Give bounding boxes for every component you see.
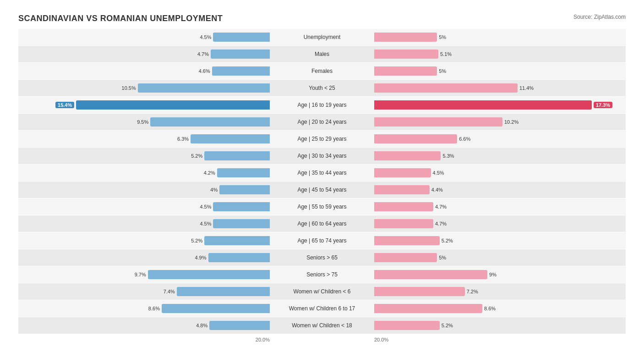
left-half: 4.8% bbox=[18, 317, 272, 334]
axis-row: 20.0% 20.0% bbox=[18, 334, 626, 345]
axis-right: 20.0% bbox=[372, 337, 626, 342]
chart-row: 4% Age | 45 to 54 years 4.4% bbox=[18, 182, 626, 198]
chart-row: 4.5% Age | 60 to 64 years 4.7% bbox=[18, 215, 626, 232]
roman-value: 5% bbox=[439, 255, 446, 260]
chart-source: Source: ZipAtlas.com bbox=[573, 14, 626, 20]
scand-value: 8.6% bbox=[148, 306, 160, 311]
chart-row: 6.3% Age | 25 to 29 years 6.6% bbox=[18, 131, 626, 147]
roman-bar bbox=[374, 33, 437, 42]
left-half: 4.5% bbox=[18, 198, 272, 215]
roman-bar bbox=[374, 236, 440, 245]
row-label: Age | 55 to 59 years bbox=[272, 204, 372, 210]
roman-bar bbox=[374, 270, 487, 279]
left-half: 9.7% bbox=[18, 266, 272, 283]
right-half: 11.4% bbox=[372, 80, 626, 96]
left-half: 9.5% bbox=[18, 114, 272, 130]
left-half: 6.3% bbox=[18, 131, 272, 147]
chart-row: 4.5% Unemployment 5% bbox=[18, 29, 626, 45]
row-label: Males bbox=[272, 51, 372, 57]
chart-row: 7.4% Women w/ Children < 6 7.2% bbox=[18, 283, 626, 300]
right-half: 6.6% bbox=[372, 131, 626, 147]
roman-value: 6.6% bbox=[459, 136, 470, 142]
scand-value: 4.5% bbox=[200, 34, 211, 40]
row-label: Age | 20 to 24 years bbox=[272, 119, 372, 125]
scand-value: 10.5% bbox=[122, 85, 136, 91]
scand-value: 4% bbox=[210, 187, 218, 193]
right-half: 5.3% bbox=[372, 148, 626, 164]
chart-row: 5.2% Age | 30 to 34 years 5.3% bbox=[18, 148, 626, 164]
roman-value: 10.2% bbox=[504, 119, 518, 125]
row-label: Age | 25 to 29 years bbox=[272, 136, 372, 142]
row-label: Age | 60 to 64 years bbox=[272, 220, 372, 227]
axis-left: 20.0% bbox=[18, 337, 272, 342]
row-label: Seniors > 75 bbox=[272, 271, 372, 278]
roman-bar bbox=[374, 117, 502, 127]
roman-value: 7.2% bbox=[467, 289, 478, 294]
scand-value: 7.4% bbox=[164, 289, 175, 294]
roman-bar bbox=[374, 50, 438, 59]
chart-row: 4.2% Age | 35 to 44 years 4.5% bbox=[18, 165, 626, 181]
roman-value: 5% bbox=[439, 68, 446, 74]
right-half: 5.1% bbox=[372, 46, 626, 62]
roman-bar bbox=[374, 253, 437, 262]
roman-bar bbox=[374, 66, 437, 76]
chart-header: SCANDINAVIAN VS ROMANIAN UNEMPLOYMENT So… bbox=[18, 14, 626, 23]
left-half: 4.5% bbox=[18, 215, 272, 232]
roman-value: 5.3% bbox=[442, 153, 454, 159]
roman-bar bbox=[374, 304, 482, 313]
scand-value: 4.6% bbox=[199, 68, 210, 74]
scand-bar bbox=[209, 321, 270, 330]
right-half: 10.2% bbox=[372, 114, 626, 130]
left-half: 5.2% bbox=[18, 148, 272, 164]
row-label: Age | 65 to 74 years bbox=[272, 237, 372, 244]
right-half: 5.2% bbox=[372, 232, 626, 249]
chart-row: 4.7% Males 5.1% bbox=[18, 46, 626, 62]
scand-value: 4.5% bbox=[200, 204, 211, 209]
scand-bar bbox=[208, 253, 270, 262]
row-label: Age | 30 to 34 years bbox=[272, 153, 372, 159]
chart-container: SCANDINAVIAN VS ROMANIAN UNEMPLOYMENT So… bbox=[9, 9, 635, 347]
roman-value: 5% bbox=[439, 34, 446, 40]
roman-bar bbox=[374, 168, 431, 177]
roman-bar bbox=[374, 202, 433, 211]
scand-bar bbox=[219, 185, 270, 194]
scand-value: 15.4% bbox=[55, 102, 74, 108]
roman-bar bbox=[374, 321, 440, 330]
row-label: Women w/ Children < 6 bbox=[272, 288, 372, 295]
scand-bar bbox=[162, 304, 270, 313]
scand-bar bbox=[213, 219, 270, 228]
right-half: 9% bbox=[372, 266, 626, 283]
row-label: Unemployment bbox=[272, 34, 372, 40]
scand-bar bbox=[204, 151, 270, 160]
left-half: 8.6% bbox=[18, 300, 272, 317]
scand-bar bbox=[213, 33, 270, 42]
roman-value: 4.7% bbox=[435, 204, 447, 209]
right-half: 4.4% bbox=[372, 182, 626, 198]
roman-value: 4.7% bbox=[435, 221, 447, 226]
chart-row: 10.5% Youth < 25 11.4% bbox=[18, 80, 626, 96]
roman-bar bbox=[374, 287, 465, 296]
left-half: 15.4% bbox=[18, 97, 272, 113]
chart-row: 4.9% Seniors > 65 5% bbox=[18, 249, 626, 266]
chart-row: 8.6% Women w/ Children 6 to 17 8.6% bbox=[18, 300, 626, 317]
chart-row: 9.5% Age | 20 to 24 years 10.2% bbox=[18, 114, 626, 130]
right-half: 4.7% bbox=[372, 198, 626, 215]
right-half: 5.2% bbox=[372, 317, 626, 334]
chart-row: 4.6% Females 5% bbox=[18, 63, 626, 79]
left-half: 4.6% bbox=[18, 63, 272, 79]
roman-bar bbox=[374, 134, 457, 143]
scand-bar bbox=[211, 50, 270, 59]
chart-row: 4.8% Women w/ Children < 18 5.2% bbox=[18, 317, 626, 334]
scand-value: 9.7% bbox=[135, 272, 146, 277]
scand-bar bbox=[148, 270, 270, 279]
right-half: 8.6% bbox=[372, 300, 626, 317]
scand-bar bbox=[138, 83, 270, 93]
roman-value: 11.4% bbox=[519, 85, 534, 91]
roman-bar bbox=[374, 219, 433, 228]
scand-value: 4.7% bbox=[197, 51, 209, 57]
roman-value: 9% bbox=[489, 272, 497, 277]
chart-title: SCANDINAVIAN VS ROMANIAN UNEMPLOYMENT bbox=[18, 14, 223, 23]
roman-value: 8.6% bbox=[484, 306, 496, 311]
row-label: Youth < 25 bbox=[272, 85, 372, 91]
left-half: 4.9% bbox=[18, 249, 272, 266]
